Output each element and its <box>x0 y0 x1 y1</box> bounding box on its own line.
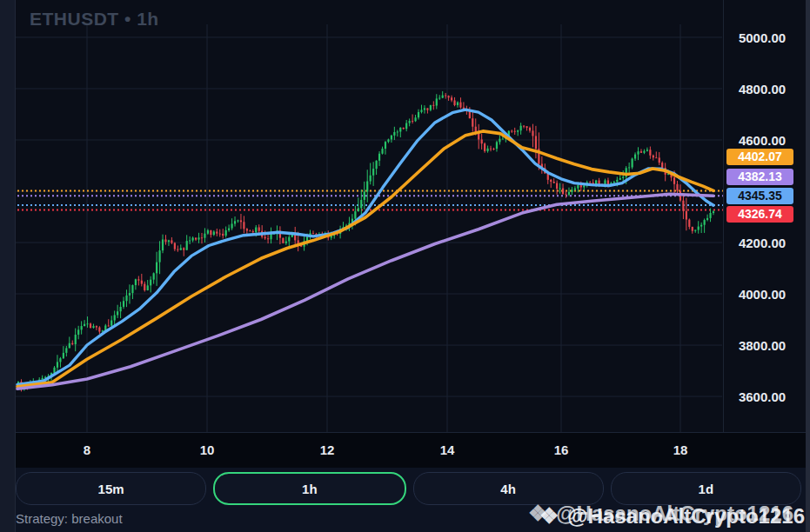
price-tag-ma-mid: 4402.07 <box>726 149 793 165</box>
price-tag-ma-fast: 4345.35 <box>726 188 793 204</box>
price-axis-label: 3800.00 <box>729 338 795 353</box>
time-axis-label: 12 <box>320 442 335 457</box>
price-axis-label: 3600.00 <box>729 389 795 404</box>
price-axis-label: 4800.00 <box>729 81 795 96</box>
price-tag-last-price: 4326.74 <box>726 206 793 223</box>
timeframe-button-1d[interactable]: 1d <box>611 472 801 505</box>
time-axis[interactable]: 81012141618 <box>0 432 810 468</box>
time-axis-label: 16 <box>554 442 569 457</box>
price-axis-label: 4200.00 <box>729 236 795 250</box>
time-axis-label: 14 <box>440 442 455 457</box>
binance-diamond-icon: ❖ <box>539 503 559 528</box>
timeframe-toolbar: 15m 1h 4h 1d <box>16 472 801 505</box>
price-tag-ma-slow: 4382.13 <box>726 169 793 185</box>
strategy-label: Strategy: breakout <box>16 511 123 526</box>
time-axis-label: 10 <box>200 442 215 457</box>
timeframe-button-4h[interactable]: 4h <box>413 472 604 505</box>
timeframe-button-1h[interactable]: 1h <box>213 472 405 505</box>
price-axis-label: 4600.00 <box>729 132 795 147</box>
chart-region: ETHUSDT • 1h 5000.004800.004600.004200.0… <box>0 0 810 432</box>
price-chart[interactable] <box>0 0 810 432</box>
left-frame-strip <box>0 0 16 532</box>
right-frame-strip <box>806 0 810 532</box>
timeframe-button-15m[interactable]: 15m <box>16 472 206 505</box>
time-axis-label: 8 <box>84 442 90 457</box>
watermark-text: ❖ @HasanoAltCrypto1216 <box>539 503 805 529</box>
price-axis-label: 4000.00 <box>729 287 795 302</box>
time-axis-label: 18 <box>673 442 688 457</box>
price-axis-label: 5000.00 <box>729 30 795 44</box>
symbol-title: ETHUSDT • 1h <box>30 9 159 30</box>
